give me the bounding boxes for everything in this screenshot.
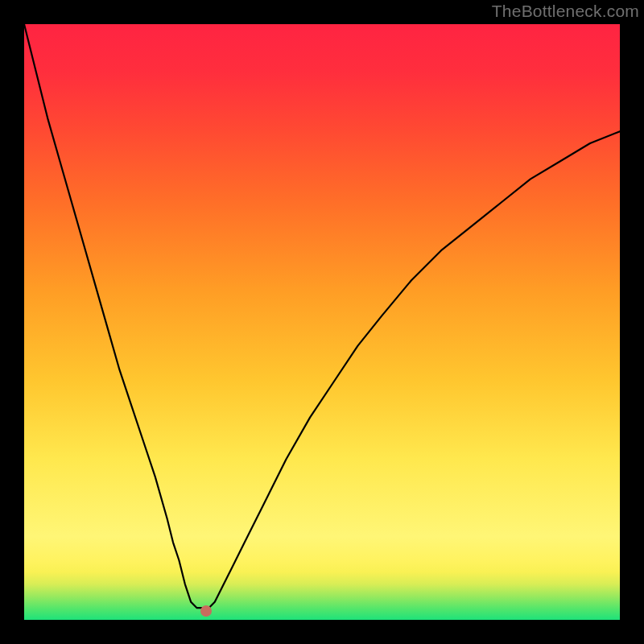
chart-frame: TheBottleneck.com [0, 0, 644, 644]
watermark-text: TheBottleneck.com [492, 2, 639, 21]
curve-svg [24, 24, 620, 620]
marker-dot [200, 605, 212, 617]
curve-series [24, 24, 620, 608]
chart-plot-area [24, 24, 620, 620]
